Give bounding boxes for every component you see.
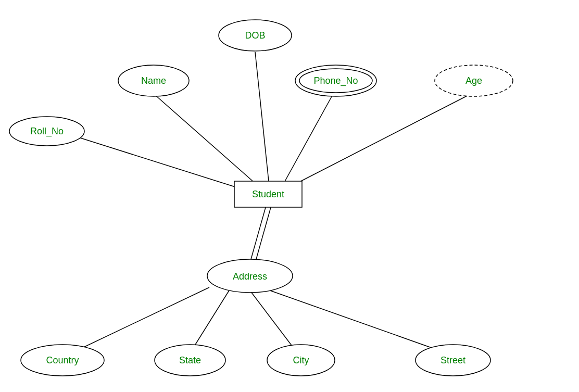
line-student-phone [284, 94, 333, 183]
rollno-label: Roll_No [30, 126, 64, 137]
er-diagram: Student DOB Name Phone_No Age Roll_No Ad… [0, 0, 579, 392]
street-label: Street [440, 355, 465, 365]
line-student-age [297, 94, 471, 183]
address-label: Address [233, 271, 267, 282]
age-label: Age [465, 75, 482, 86]
line-address-street [266, 289, 437, 350]
line-address-state [193, 290, 229, 349]
state-label: State [179, 355, 201, 365]
dob-label: DOB [245, 30, 265, 41]
line-student-address-1 [250, 206, 266, 263]
name-label: Name [141, 75, 166, 86]
line-student-address-2 [255, 206, 271, 263]
line-address-city [250, 290, 294, 349]
line-student-dob [255, 52, 269, 181]
line-address-country [78, 287, 209, 350]
city-label: City [293, 355, 309, 365]
country-label: Country [46, 355, 79, 365]
phone-label: Phone_No [313, 75, 358, 86]
line-student-rollno [75, 136, 250, 192]
line-student-name [154, 94, 255, 183]
student-label: Student [252, 189, 284, 199]
